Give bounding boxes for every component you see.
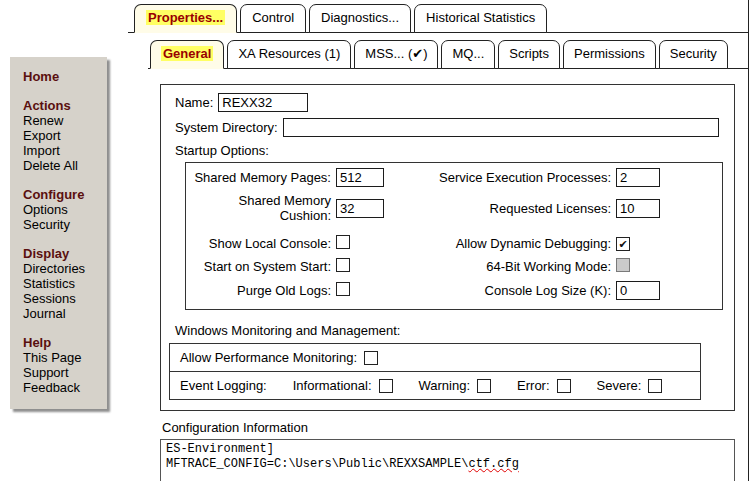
service-execution-processes-input[interactable]: [616, 168, 660, 187]
tab-mss-label: MSS... (✔): [365, 46, 427, 61]
shared-memory-pages-input[interactable]: [336, 168, 384, 187]
tab-xa-resources[interactable]: XA Resources (1): [227, 40, 351, 69]
monitoring-title: Windows Monitoring and Management:: [175, 323, 734, 338]
purge-old-logs-label: Purge Old Logs:: [186, 283, 336, 298]
sidebar-section-help: Help This Page Support Feedback: [23, 335, 101, 395]
tab-general-label: General: [161, 46, 213, 61]
tab-xa-resources-label: XA Resources (1): [238, 46, 340, 61]
working-mode-64bit-checkbox: [616, 258, 630, 272]
event-level-warning-label: Warning:: [419, 378, 471, 393]
sidebar-item-options[interactable]: Options: [23, 202, 101, 217]
allow-performance-monitoring-label: Allow Performance Monitoring:: [180, 350, 357, 365]
working-mode-64bit-label: 64-Bit Working Mode:: [431, 259, 616, 274]
tab-diagnostics[interactable]: Diagnostics...: [309, 4, 411, 33]
event-level-severe-checkbox[interactable]: [648, 379, 662, 393]
sidebar-item-home[interactable]: Home: [23, 69, 101, 84]
show-local-console-checkbox[interactable]: [336, 235, 350, 249]
general-tab-panel: Name: System Directory: Startup Options:…: [160, 84, 735, 481]
tab-properties-label: Properties...: [146, 10, 225, 25]
tab-diagnostics-label: Diagnostics...: [321, 10, 399, 25]
frame-right-border: [748, 0, 749, 481]
event-level-informational-checkbox[interactable]: [379, 379, 393, 393]
tab-general[interactable]: General: [150, 40, 224, 69]
config-line-1: ES-Environment]: [166, 442, 274, 456]
startup-options-title: Startup Options:: [175, 143, 734, 158]
tab-control[interactable]: Control: [240, 4, 306, 33]
show-local-console-label: Show Local Console:: [186, 236, 336, 251]
requested-licenses-input[interactable]: [616, 199, 660, 218]
monitoring-group: Allow Performance Monitoring: Event Logg…: [169, 343, 701, 400]
name-input[interactable]: [218, 93, 308, 112]
shared-memory-cushion-label: Shared Memory Cushion:: [186, 193, 336, 223]
start-on-system-start-checkbox[interactable]: [336, 258, 350, 272]
secondary-tab-strip: General XA Resources (1) MSS... (✔) MQ..…: [150, 40, 728, 69]
event-level-error-label: Error:: [517, 378, 550, 393]
general-properties-form: Name: System Directory: Startup Options:…: [160, 84, 735, 411]
sidebar-section-display: Display Directories Statistics Sessions …: [23, 246, 101, 321]
sidebar-item-export[interactable]: Export: [23, 128, 101, 143]
allow-performance-monitoring-checkbox[interactable]: [364, 351, 378, 365]
event-level-warning-checkbox[interactable]: [477, 379, 491, 393]
sidebar-item-import[interactable]: Import: [23, 143, 101, 158]
tab-security[interactable]: Security: [659, 40, 728, 69]
name-label: Name:: [175, 95, 213, 110]
console-log-size-label: Console Log Size (K):: [431, 283, 616, 298]
sidebar-section-configure: Configure Options Security: [23, 187, 101, 232]
configuration-information-label: Configuration Information: [162, 420, 735, 435]
tab-security-label: Security: [670, 46, 717, 61]
sidebar-item-statistics[interactable]: Statistics: [23, 276, 101, 291]
system-directory-label: System Directory:: [175, 120, 278, 135]
sidebar: Home Actions Renew Export Import Delete …: [10, 57, 107, 409]
sidebar-section-home: Home: [23, 69, 101, 84]
tab-mq[interactable]: MQ...: [441, 40, 495, 69]
sidebar-item-journal[interactable]: Journal: [23, 306, 101, 321]
sidebar-item-sessions[interactable]: Sessions: [23, 291, 101, 306]
tab-mss[interactable]: MSS... (✔): [354, 40, 438, 69]
event-logging-label: Event Logging:: [180, 378, 267, 393]
startup-options-group: Shared Memory Pages: Service Execution P…: [185, 162, 723, 310]
tab-scripts[interactable]: Scripts: [498, 40, 560, 69]
allow-dynamic-debugging-label: Allow Dynamic Debugging:: [431, 236, 616, 251]
allow-dynamic-debugging-checkbox[interactable]: ✔: [616, 237, 630, 251]
configuration-information-textarea[interactable]: ES-Environment] MFTRACE_CONFIG=C:\Users\…: [160, 439, 735, 481]
event-level-severe-label: Severe:: [597, 378, 642, 393]
sidebar-section-actions: Actions Renew Export Import Delete All: [23, 98, 101, 173]
start-on-system-start-label: Start on System Start:: [186, 259, 336, 274]
sidebar-item-security[interactable]: Security: [23, 217, 101, 232]
shared-memory-pages-label: Shared Memory Pages:: [186, 170, 336, 185]
console-log-size-input[interactable]: [616, 281, 660, 300]
event-level-informational-label: Informational:: [293, 378, 372, 393]
tab-control-label: Control: [252, 10, 294, 25]
sidebar-header-help: Help: [23, 335, 101, 350]
primary-tab-strip: Properties... Control Diagnostics... His…: [134, 4, 547, 33]
sidebar-header-configure: Configure: [23, 187, 101, 202]
purge-old-logs-checkbox[interactable]: [336, 282, 350, 296]
tab-permissions-label: Permissions: [574, 46, 645, 61]
sidebar-item-directories[interactable]: Directories: [23, 261, 101, 276]
tab-permissions[interactable]: Permissions: [563, 40, 656, 69]
sidebar-item-renew[interactable]: Renew: [23, 113, 101, 128]
sidebar-item-this-page[interactable]: This Page: [23, 350, 101, 365]
tab-mq-label: MQ...: [452, 46, 484, 61]
tab-scripts-label: Scripts: [509, 46, 549, 61]
admin-console-page: Home Actions Renew Export Import Delete …: [0, 0, 753, 481]
event-level-error-checkbox[interactable]: [557, 379, 571, 393]
shared-memory-cushion-input[interactable]: [336, 199, 384, 218]
sidebar-item-delete-all[interactable]: Delete All: [23, 158, 101, 173]
tab-properties[interactable]: Properties...: [134, 4, 237, 33]
sidebar-header-display: Display: [23, 246, 101, 261]
sidebar-item-feedback[interactable]: Feedback: [23, 380, 101, 395]
tab-historical-statistics-label: Historical Statistics: [426, 10, 535, 25]
tab-historical-statistics[interactable]: Historical Statistics: [414, 4, 547, 33]
sidebar-header-actions: Actions: [23, 98, 101, 113]
config-line-2-misspelled: ctf.cfg: [468, 457, 518, 471]
sidebar-item-support[interactable]: Support: [23, 365, 101, 380]
service-execution-processes-label: Service Execution Processes:: [431, 170, 616, 185]
system-directory-input[interactable]: [283, 118, 719, 137]
config-line-2-prefix: MFTRACE_CONFIG=C:\Users\Public\REXXSAMPL…: [166, 457, 468, 471]
requested-licenses-label: Requested Licenses:: [431, 201, 616, 216]
